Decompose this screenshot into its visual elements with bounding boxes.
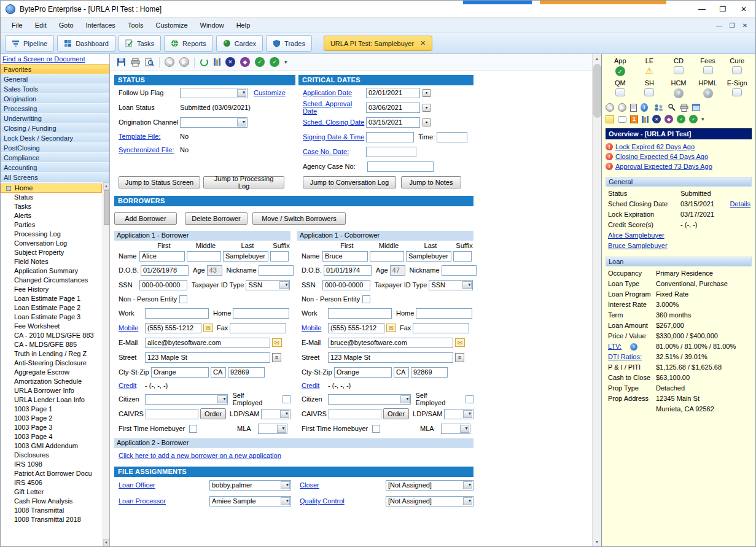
- borrower-street-input[interactable]: [145, 352, 270, 363]
- jump-status-button[interactable]: Jump to Status Screen: [119, 176, 200, 188]
- status-purple-icon[interactable]: ◆: [240, 57, 250, 67]
- borrower-mla-select[interactable]: [258, 424, 287, 434]
- coborrower-ssn-input[interactable]: [322, 280, 370, 290]
- borrower-ssn-input[interactable]: [139, 280, 187, 290]
- category-closing-funding[interactable]: Closing / Funding: [1, 123, 109, 133]
- close-button[interactable]: ✕: [733, 2, 754, 17]
- forward-icon[interactable]: ▶: [179, 57, 189, 67]
- screen-item[interactable]: 1003 Page 1: [1, 405, 102, 414]
- maximize-button[interactable]: ❐: [712, 2, 733, 17]
- screen-item[interactable]: Fee History: [1, 285, 102, 294]
- menu-window[interactable]: Window: [194, 18, 230, 33]
- customize-link[interactable]: Customize: [254, 89, 286, 96]
- coborrower-last-name-input[interactable]: [406, 251, 451, 262]
- application-date-input[interactable]: [366, 88, 420, 98]
- flag-hcm[interactable]: HCM?: [664, 79, 693, 98]
- borrower-self-employed-checkbox[interactable]: [283, 395, 290, 403]
- screen-item[interactable]: 1008 Transmittal 2018: [1, 515, 102, 524]
- coborrower-citizen-select[interactable]: [328, 394, 411, 405]
- document-icon[interactable]: [630, 104, 637, 112]
- borrower-mobile-input[interactable]: [145, 323, 201, 333]
- category-processing[interactable]: Processing: [1, 103, 109, 114]
- address-notes-button[interactable]: ≡: [272, 353, 281, 362]
- screen-item[interactable]: Gift Letter: [1, 487, 102, 497]
- category-lock-desk[interactable]: Lock Desk / Secondary: [1, 133, 109, 143]
- coborrower-ldp-sam-select[interactable]: [444, 409, 473, 419]
- send-email-icon[interactable]: ✉: [455, 338, 465, 347]
- scrollbar-thumb[interactable]: [104, 190, 109, 225]
- panel-options-icon[interactable]: ▾: [701, 116, 704, 122]
- forward-icon[interactable]: ▶: [618, 103, 626, 112]
- coborrower-nickname-input[interactable]: [442, 265, 477, 276]
- scrollbar-thumb[interactable]: [593, 64, 601, 118]
- status-navy-icon[interactable]: ✕: [652, 115, 661, 123]
- back-icon[interactable]: ◀: [165, 57, 174, 67]
- flag-sh[interactable]: SH: [635, 79, 664, 98]
- screen-item[interactable]: Subject Property: [1, 248, 102, 257]
- screen-item-home[interactable]: Home: [1, 184, 102, 193]
- coborrower-street-input[interactable]: [328, 352, 453, 363]
- dti-ratios-link[interactable]: DTI Ratios:: [608, 353, 642, 360]
- status-green-icon[interactable]: ✓: [677, 115, 685, 123]
- send-sms-icon[interactable]: ✉: [386, 324, 396, 332]
- flag-esign[interactable]: E-Sign: [722, 79, 752, 98]
- screen-item[interactable]: URLA Lender Loan Info: [1, 395, 102, 405]
- mdi-close-button[interactable]: ✕: [739, 22, 750, 29]
- screen-item[interactable]: Field Notes: [1, 257, 102, 266]
- screen-item[interactable]: Application Summary: [1, 266, 102, 276]
- priority-badge[interactable]: 1: [630, 115, 638, 123]
- status-navy-icon[interactable]: ✕: [225, 57, 235, 67]
- screen-item[interactable]: Anti-Steering Disclosure: [1, 359, 102, 368]
- caivrs-order-button[interactable]: Order: [383, 408, 409, 419]
- synchronized-file-link[interactable]: Synchronized File:: [119, 146, 174, 153]
- coborrower-email-input[interactable]: [328, 338, 453, 348]
- add-new-application-link[interactable]: Click here to add a new borrower on a ne…: [119, 452, 281, 459]
- sched-closing-date-input[interactable]: [366, 117, 420, 128]
- status-purple-icon[interactable]: ◆: [664, 115, 673, 123]
- signing-date-input[interactable]: [366, 132, 414, 142]
- application-date-link[interactable]: Application Date: [303, 89, 352, 96]
- tab-close-icon[interactable]: ✕: [420, 39, 426, 47]
- jump-conversation-log-button[interactable]: Jump to Conversation Log: [303, 176, 396, 188]
- files-stack-icon[interactable]: [214, 58, 220, 66]
- agency-case-no-input[interactable]: [367, 161, 434, 172]
- borrower-dob-input[interactable]: [141, 265, 189, 276]
- borrower-first-name-input[interactable]: [139, 251, 185, 262]
- borrower-alice-link[interactable]: Alice Samplebuyer: [608, 231, 664, 240]
- borrower-middle-name-input[interactable]: [187, 251, 221, 262]
- menu-tools[interactable]: Tools: [122, 18, 150, 33]
- add-borrower-button[interactable]: Add Borrower: [114, 212, 177, 225]
- category-postclosing[interactable]: PostClosing: [1, 142, 109, 153]
- sync-icon[interactable]: [200, 58, 209, 67]
- coborrower-suffix-input[interactable]: [453, 251, 472, 262]
- screen-item[interactable]: Loan Estimate Page 1: [1, 294, 102, 303]
- loan-processor-select[interactable]: Amiee Sample: [209, 496, 291, 506]
- mobile-link[interactable]: Mobile: [302, 324, 321, 332]
- files-stack-icon[interactable]: [642, 116, 649, 123]
- screen-item[interactable]: Parties: [1, 220, 102, 230]
- info-icon[interactable]: i: [641, 103, 648, 112]
- template-file-link[interactable]: Template File:: [119, 133, 160, 140]
- document-tab[interactable]: URLA PI Test: Samplebuyer ✕: [324, 36, 432, 51]
- flag-cure[interactable]: Cure: [722, 57, 752, 76]
- screen-item[interactable]: URLA Borrower Info: [1, 386, 102, 395]
- menu-edit[interactable]: Edit: [29, 18, 53, 33]
- borrower-home-phone-input[interactable]: [233, 308, 289, 319]
- origination-channel-select[interactable]: [180, 117, 247, 128]
- borrower-fax-input[interactable]: [230, 323, 286, 333]
- coborrower-self-employed-checkbox[interactable]: [466, 395, 473, 403]
- flag-app[interactable]: App✓: [606, 57, 635, 76]
- menu-interfaces[interactable]: Interfaces: [80, 18, 122, 33]
- toolbar-options-icon[interactable]: ▾: [284, 59, 287, 65]
- save-icon[interactable]: [117, 58, 126, 67]
- coborrower-mobile-input[interactable]: [328, 323, 384, 333]
- borrower-email-input[interactable]: [145, 338, 270, 348]
- screen-item[interactable]: 1003 Page 3: [1, 423, 102, 432]
- main-scrollbar[interactable]: ▲ ▼: [592, 54, 601, 546]
- scroll-up-icon[interactable]: ▲: [103, 182, 110, 190]
- screen-item[interactable]: 1003 Page 2: [1, 414, 102, 423]
- status-green2-icon[interactable]: ✓: [270, 57, 279, 67]
- find-screen-link[interactable]: Find a Screen or Document: [1, 54, 109, 64]
- caivrs-order-button[interactable]: Order: [200, 408, 226, 419]
- trades-button[interactable]: Trades: [266, 35, 312, 52]
